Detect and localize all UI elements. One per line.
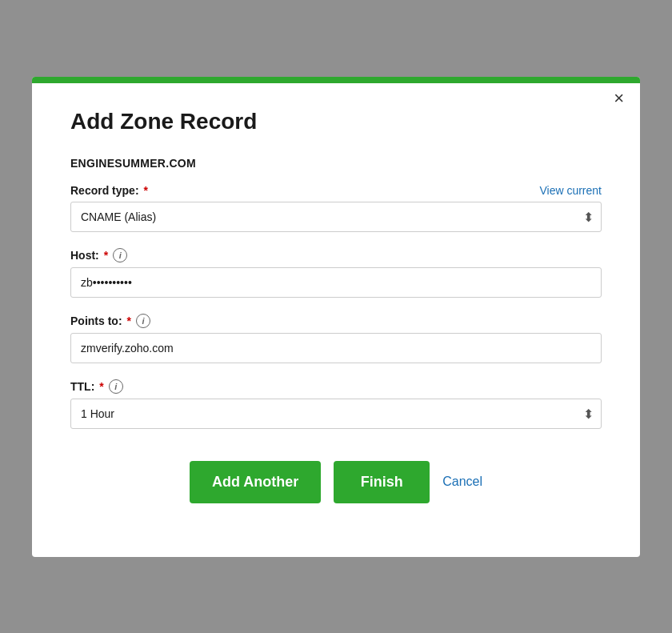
ttl-field-group: TTL: * i 1/2 Hour 1 Hour 2 Hours 4 Hours… bbox=[70, 379, 602, 429]
host-info-icon[interactable]: i bbox=[113, 248, 127, 262]
host-label: Host: bbox=[70, 249, 99, 262]
ttl-select[interactable]: 1/2 Hour 1 Hour 2 Hours 4 Hours 8 Hours … bbox=[70, 399, 602, 429]
host-label-row: Host: * i bbox=[70, 248, 602, 262]
button-row: Add Another Finish Cancel bbox=[70, 461, 602, 503]
finish-button[interactable]: Finish bbox=[334, 461, 430, 503]
ttl-label-row: TTL: * i bbox=[70, 379, 602, 394]
ttl-select-wrapper: 1/2 Hour 1 Hour 2 Hours 4 Hours 8 Hours … bbox=[70, 399, 602, 429]
domain-label: ENGINESUMMER.COM bbox=[70, 157, 602, 170]
points-to-label-row: Points to: * i bbox=[70, 314, 602, 328]
record-type-label: Record type: bbox=[70, 184, 139, 197]
ttl-info-icon[interactable]: i bbox=[109, 379, 123, 394]
ttl-label-left: TTL: * i bbox=[70, 379, 123, 394]
record-type-select-wrapper: CNAME (Alias) A AAAA CAA MX NS TXT ⬍ bbox=[70, 202, 602, 232]
host-label-left: Host: * i bbox=[70, 248, 127, 262]
points-to-field-group: Points to: * i bbox=[70, 314, 602, 363]
modal-overlay: × Add Zone Record ENGINESUMMER.COM Recor… bbox=[0, 0, 672, 633]
points-to-required: * bbox=[127, 314, 131, 327]
top-bar-accent bbox=[32, 77, 640, 83]
close-button[interactable]: × bbox=[614, 90, 624, 107]
ttl-required: * bbox=[99, 380, 103, 393]
host-required: * bbox=[104, 249, 108, 262]
points-to-input[interactable] bbox=[70, 333, 602, 363]
record-type-label-left: Record type: * bbox=[70, 184, 148, 197]
modal-dialog: × Add Zone Record ENGINESUMMER.COM Recor… bbox=[32, 77, 640, 557]
host-input[interactable] bbox=[70, 267, 602, 298]
record-type-field-group: Record type: * View current CNAME (Alias… bbox=[70, 184, 602, 232]
ttl-label: TTL: bbox=[70, 380, 94, 393]
record-type-label-row: Record type: * View current bbox=[70, 184, 602, 197]
view-current-link[interactable]: View current bbox=[539, 184, 602, 197]
points-to-info-icon[interactable]: i bbox=[136, 314, 150, 328]
record-type-select[interactable]: CNAME (Alias) A AAAA CAA MX NS TXT bbox=[70, 202, 602, 232]
host-field-group: Host: * i bbox=[70, 248, 602, 298]
add-another-button[interactable]: Add Another bbox=[190, 461, 321, 503]
modal-title: Add Zone Record bbox=[70, 109, 602, 134]
points-to-label-left: Points to: * i bbox=[70, 314, 150, 328]
record-type-required: * bbox=[144, 184, 148, 197]
points-to-label: Points to: bbox=[70, 314, 122, 327]
cancel-button[interactable]: Cancel bbox=[442, 475, 482, 489]
